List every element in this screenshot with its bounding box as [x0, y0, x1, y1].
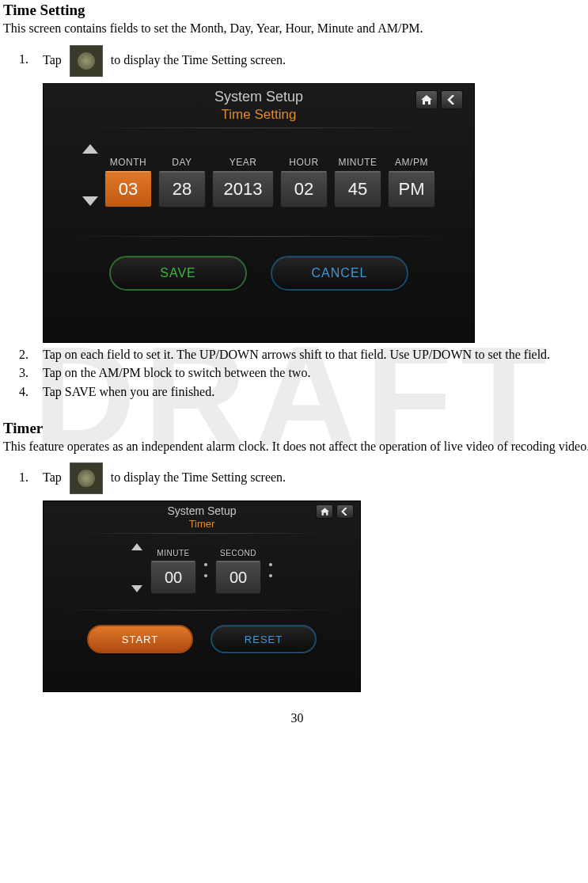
timer-step-1: Tap to display the Time Setting screen.: [32, 462, 588, 494]
arrow-down-icon[interactable]: [82, 196, 98, 206]
arrow-down-icon[interactable]: [131, 585, 142, 592]
home-icon[interactable]: [316, 504, 333, 519]
arrow-up-icon[interactable]: [82, 144, 98, 154]
back-icon[interactable]: [441, 90, 463, 109]
section-title-timer: Timer: [3, 420, 588, 437]
colon-separator: [204, 546, 207, 594]
label-year: YEAR: [212, 157, 274, 168]
screen-subtitle: Time Setting: [44, 107, 474, 128]
field-day[interactable]: 28: [158, 171, 206, 207]
label-hour: HOUR: [280, 157, 328, 168]
field-ampm[interactable]: PM: [388, 171, 435, 207]
home-icon[interactable]: [415, 90, 438, 109]
reset-button[interactable]: RESET: [211, 625, 317, 653]
field-minute[interactable]: 00: [150, 561, 196, 594]
section-title-time-setting: Time Setting: [3, 2, 588, 19]
section-intro: This screen contains fields to set the M…: [3, 21, 588, 37]
label-ampm: AM/PM: [388, 157, 435, 168]
cancel-button[interactable]: CANCEL: [271, 256, 408, 291]
page-number: 30: [3, 711, 588, 725]
screen-header: System Setup: [44, 84, 474, 107]
clock-icon: [70, 462, 103, 494]
step-1: Tap to display the Time Setting screen.: [32, 45, 588, 77]
screen-header: System Setup: [44, 501, 360, 518]
label-day: DAY: [158, 157, 206, 168]
label-month: MONTH: [104, 157, 152, 168]
section-intro-timer: This feature operates as an independent …: [3, 439, 588, 455]
time-setting-screenshot: System Setup Time Setting MONTH: [43, 83, 475, 343]
arrow-up-icon[interactable]: [131, 543, 142, 550]
start-button[interactable]: START: [87, 625, 193, 653]
label-second: SECOND: [215, 549, 261, 558]
field-hour[interactable]: 02: [280, 171, 328, 207]
field-year[interactable]: 2013: [212, 171, 274, 207]
clock-icon: [70, 45, 103, 77]
colon-separator: [269, 546, 272, 594]
label-minute: MINUTE: [334, 157, 381, 168]
step-2: Tap on each field to set it. The UP/DOWN…: [32, 346, 588, 363]
step-3: Tap on the AM/PM block to switch between…: [32, 364, 588, 382]
timer-screenshot: System Setup Timer MINUTE 00: [43, 500, 361, 692]
field-month[interactable]: 03: [104, 171, 152, 207]
label-minute: MINUTE: [150, 549, 196, 558]
save-button[interactable]: SAVE: [109, 256, 247, 291]
field-minute[interactable]: 45: [334, 171, 381, 207]
step-4: Tap SAVE when you are finished.: [32, 383, 588, 401]
back-icon[interactable]: [336, 504, 354, 519]
field-second[interactable]: 00: [215, 561, 261, 594]
screen-subtitle: Timer: [44, 518, 360, 533]
